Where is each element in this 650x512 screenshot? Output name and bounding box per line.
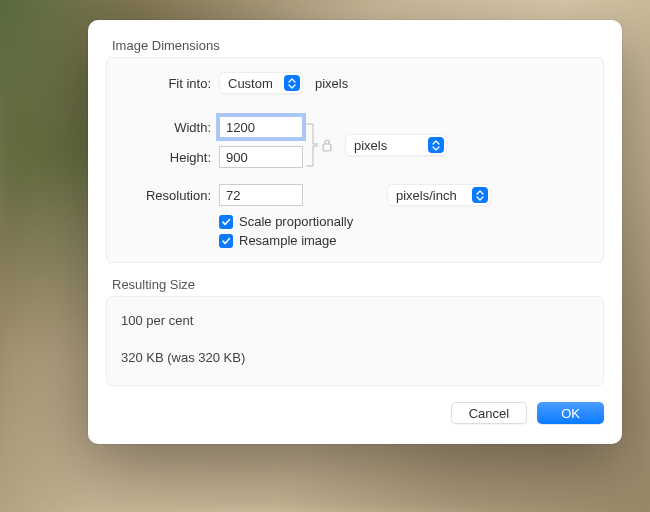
lock-icon [321,138,333,152]
scale-proportionally-label: Scale proportionally [239,214,353,229]
height-input[interactable] [219,146,303,168]
resample-image-label: Resample image [239,233,337,248]
svg-rect-0 [323,144,331,151]
wh-unit-select[interactable]: pixels [345,134,447,156]
height-label: Height: [125,150,211,165]
dialog-footer: Cancel OK [106,402,604,424]
chevrons-updown-icon [428,137,444,153]
image-dimensions-label: Image Dimensions [112,38,604,53]
ok-button[interactable]: OK [537,402,604,424]
chevrons-updown-icon [472,187,488,203]
fit-into-label: Fit into: [125,76,211,91]
width-label: Width: [125,120,211,135]
fit-into-value: Custom [228,76,273,91]
resample-image-checkbox[interactable] [219,234,233,248]
width-input[interactable] [219,116,303,138]
result-filesize: 320 KB (was 320 KB) [121,350,589,365]
resolution-label: Resolution: [125,188,211,203]
chevrons-updown-icon [284,75,300,91]
resulting-size-label: Resulting Size [112,277,604,292]
resulting-size-group: 100 per cent 320 KB (was 320 KB) [106,296,604,386]
scale-proportionally-checkbox[interactable] [219,215,233,229]
link-bracket [305,116,339,174]
result-percent: 100 per cent [121,313,589,328]
resize-dialog: Image Dimensions Fit into: Custom pixels… [88,20,622,444]
resolution-unit-value: pixels/inch [396,188,457,203]
resolution-unit-select[interactable]: pixels/inch [387,184,491,206]
resolution-input[interactable] [219,184,303,206]
wh-unit-value: pixels [354,138,387,153]
fit-into-select[interactable]: Custom [219,72,303,94]
image-dimensions-group: Fit into: Custom pixels Width: Height: [106,57,604,263]
cancel-button[interactable]: Cancel [451,402,527,424]
fit-into-unit: pixels [315,76,348,91]
